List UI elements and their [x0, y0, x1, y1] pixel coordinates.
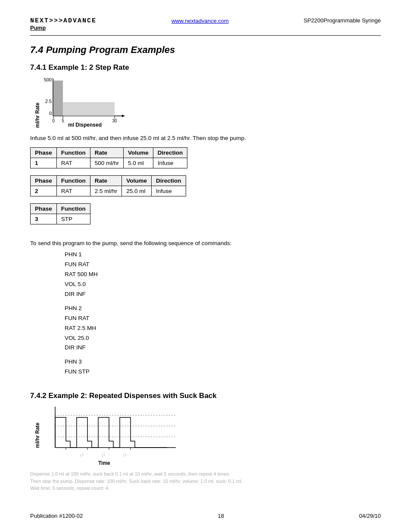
faded-line-3: Wait time: 5 seconds, repeat count: 4.	[30, 485, 381, 492]
phase-table-2: Phase Function Rate Volume Direction 2 R…	[30, 175, 186, 196]
col-rate: Rate	[90, 176, 122, 186]
phase-num: 2	[31, 186, 57, 196]
svg-text:30: 30	[112, 118, 117, 123]
page: NEXT>>>ADVANCE Pump www.nextadvance.com …	[0, 0, 411, 532]
footer-publication: Publication #1200-02	[30, 513, 83, 519]
col-function: Function	[56, 176, 90, 186]
svg-text:·: ·	[130, 451, 131, 455]
brand-sub: Pump	[30, 25, 97, 31]
col-rate: Rate	[90, 148, 123, 158]
col-function: Function	[56, 148, 90, 158]
chart2-svg: · · · · / / / / / /	[42, 404, 189, 460]
table-row: 2 RAT 2.5 ml/hr 25.0 ml Infuse	[31, 186, 186, 196]
commands-block-2: PHN 2FUN RATRAT 2.5 MHVOL 25.0DIR INF	[65, 304, 381, 353]
example1-title: 7.4.1 Example 1: 2 Step Rate	[30, 63, 381, 72]
chart1-area: 500 2.5 0 0 5 30 ml D	[42, 76, 128, 128]
function-val: RAT	[56, 186, 90, 196]
chart2-area: · · · · / / / / / / Time	[42, 404, 189, 466]
faded-line-2: Then stop the pump. Dispense rate: 100 m…	[30, 478, 381, 485]
header: NEXT>>>ADVANCE Pump www.nextadvance.com …	[30, 17, 381, 33]
section-title: 7.4 Pumping Program Examples	[30, 44, 381, 56]
footer-date: 04/29/10	[359, 513, 381, 519]
chart1-svg: 500 2.5 0 0 5 30	[42, 76, 128, 124]
commands-text-1: PHN 1FUN RATRAT 500 MHVOL 5.0DIR INF	[65, 250, 381, 299]
svg-text:0: 0	[52, 118, 55, 123]
commands-block-1: PHN 1FUN RATRAT 500 MHVOL 5.0DIR INF	[65, 250, 381, 299]
svg-marker-5	[122, 115, 125, 117]
col-volume: Volume	[122, 176, 152, 186]
chart1-x-label: ml Dispensed	[68, 122, 102, 128]
svg-text:·: ·	[87, 451, 88, 455]
faded-line-1: Dispense 1.0 ml at 100 ml/hr, suck back …	[30, 470, 381, 478]
commands-text-3: PHN 3FUN STP	[65, 357, 381, 377]
footer: Publication #1200-02 18 04/29/10	[30, 513, 381, 519]
example2-title: 7.4.2 Example 2: Repeated Dispenses with…	[30, 392, 381, 400]
svg-rect-7	[63, 102, 115, 116]
svg-text:/ /: / /	[79, 452, 84, 458]
volume-val: 5.0 ml	[124, 158, 153, 168]
example1-description: Infuse 5.0 ml at 500 ml/hr, and then inf…	[30, 135, 381, 141]
svg-text:/ /: / /	[122, 452, 128, 458]
example2-faded-text: Dispense 1.0 ml at 100 ml/hr, suck back …	[30, 470, 381, 492]
col-phase: Phase	[31, 176, 57, 186]
svg-text:5: 5	[62, 118, 64, 123]
chart1-y-label: ml/hr Rate	[34, 103, 40, 128]
svg-text:0: 0	[49, 111, 52, 116]
commands-block-3: PHN 3FUN STP	[65, 357, 381, 377]
phase-table-3: Phase Function 3 STP	[30, 203, 90, 224]
volume-val: 25.0 ml	[122, 186, 152, 196]
col-direction: Direction	[152, 176, 186, 186]
function-val: RAT	[56, 158, 90, 168]
table-row: 1 RAT 500 ml/hr 5.0 ml Infuse	[31, 158, 187, 168]
svg-text:·: ·	[109, 451, 110, 455]
commands-text-2: PHN 2FUN RATRAT 2.5 MHVOL 25.0DIR INF	[65, 304, 381, 353]
rate-val: 500 ml/hr	[90, 158, 123, 168]
rate-val: 2.5 ml/hr	[90, 186, 122, 196]
header-center[interactable]: www.nextadvance.com	[171, 17, 229, 24]
col-phase: Phase	[31, 148, 57, 158]
col-direction: Direction	[153, 148, 187, 158]
svg-rect-6	[53, 81, 63, 116]
header-product: SP2200Programmable Syringe	[304, 17, 381, 24]
col-function: Function	[56, 204, 90, 214]
brand-logo: NEXT>>>ADVANCE	[30, 17, 97, 25]
chart2-container: ml/hr Rate	[34, 404, 381, 466]
website-link[interactable]: www.nextadvance.com	[171, 18, 229, 24]
chart2-x-label: Time	[98, 460, 189, 466]
function-val: STP	[56, 214, 90, 224]
col-volume: Volume	[124, 148, 153, 158]
svg-text:500: 500	[44, 77, 52, 82]
svg-text:/ /: / /	[101, 452, 106, 458]
phase-num: 3	[31, 214, 57, 224]
col-phase: Phase	[31, 204, 57, 214]
chart1-container: ml/hr Rate 500 2.5 0 0	[34, 76, 381, 128]
footer-page: 18	[218, 513, 224, 519]
direction-val: Infuse	[152, 186, 186, 196]
svg-text:2.5: 2.5	[45, 99, 52, 104]
header-left: NEXT>>>ADVANCE Pump	[30, 17, 97, 31]
table-row: 3 STP	[31, 214, 90, 224]
header-divider	[30, 35, 381, 36]
chart2-y-label: ml/hr Rate	[34, 423, 40, 448]
commands-intro: To send this program to the pump, send t…	[30, 240, 381, 246]
svg-text:·: ·	[65, 451, 67, 455]
phase-num: 1	[31, 158, 57, 168]
phase-table-1: Phase Function Rate Volume Direction 1 R…	[30, 147, 187, 168]
direction-val: Infuse	[153, 158, 187, 168]
